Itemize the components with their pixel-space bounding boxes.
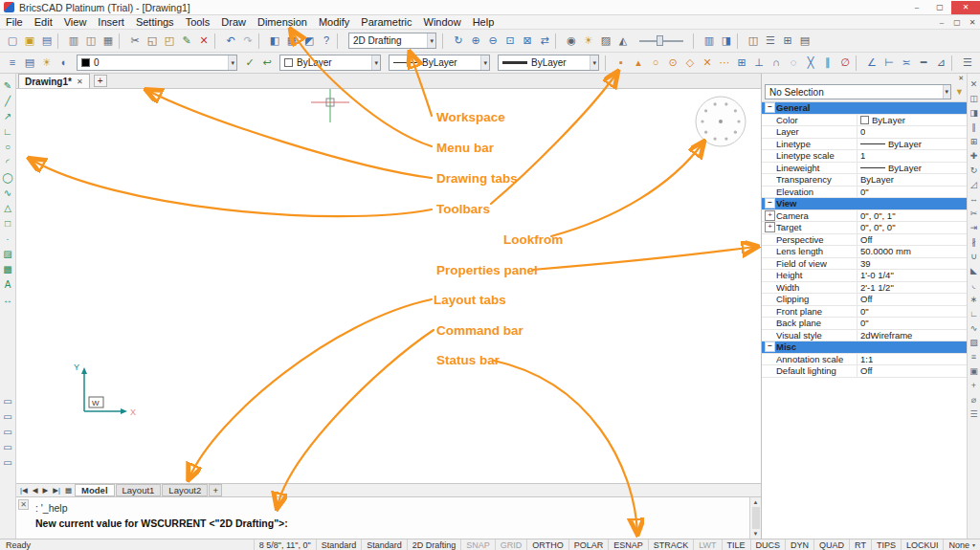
status-toggle-ortho[interactable]: ORTHO xyxy=(526,539,568,550)
lighting-icon[interactable]: ☀ xyxy=(580,33,597,50)
toolbar-slider[interactable] xyxy=(639,33,683,49)
help-icon[interactable]: ? xyxy=(318,33,335,50)
property-value[interactable]: Off xyxy=(860,365,873,376)
separator-icon[interactable] xyxy=(214,33,220,49)
erase-icon[interactable]: ✕ xyxy=(968,77,980,91)
add-drawing-tab-button[interactable]: + xyxy=(94,75,107,87)
offset-icon[interactable]: ∥ xyxy=(968,120,980,134)
trim-icon[interactable]: ✂ xyxy=(968,206,980,220)
layout-tab-layout2[interactable]: Layout2 xyxy=(162,484,208,496)
property-color[interactable]: Color ByLayer xyxy=(762,115,967,127)
maximize-button[interactable]: ▢ xyxy=(928,1,951,14)
status-toggle-rt[interactable]: RT xyxy=(849,539,871,550)
child-close-button[interactable]: ✕ xyxy=(965,18,980,27)
layout-tab-layout1[interactable]: Layout1 xyxy=(116,484,162,496)
draw-text-icon[interactable]: A xyxy=(0,276,15,292)
paste-icon[interactable]: ◰ xyxy=(161,33,178,50)
view-rotate-icon[interactable]: ↻ xyxy=(450,33,467,50)
status-toggle-quad[interactable]: QUAD xyxy=(813,539,849,550)
copy-icon[interactable]: ◱ xyxy=(144,33,161,50)
draw-ray-icon[interactable]: ↗ xyxy=(0,108,15,123)
new-drawing-icon[interactable]: ▢ xyxy=(4,33,21,50)
sketch-icon[interactable]: ✎ xyxy=(0,77,15,93)
print-icon[interactable]: ▥ xyxy=(65,33,82,50)
open-drawing-icon[interactable]: ▣ xyxy=(21,33,38,50)
draw-region-icon[interactable]: ▩ xyxy=(0,261,15,276)
close-icon[interactable]: ✕ xyxy=(77,77,83,86)
measure-icon[interactable]: ⌀ xyxy=(968,392,980,407)
snap-insertion-icon[interactable]: ⊞ xyxy=(733,55,750,72)
property-width[interactable]: Width 2'-1 1/2" xyxy=(762,282,967,295)
attach-image-icon[interactable]: ▭ xyxy=(0,439,15,454)
menu-item-parametric[interactable]: Parametric xyxy=(355,16,417,28)
property-value[interactable]: ByLayer xyxy=(888,163,922,173)
property-value[interactable]: 50.0000 mm xyxy=(860,246,911,256)
add-layout-button[interactable]: + xyxy=(209,484,222,496)
draw-spline-icon[interactable]: ∿ xyxy=(0,185,15,200)
status-toggle-polar[interactable]: POLAR xyxy=(568,539,609,550)
fillet-icon[interactable]: ◟ xyxy=(968,277,980,292)
status-field-dim-style[interactable]: Standard xyxy=(361,539,407,550)
filter-icon[interactable]: ▼ xyxy=(955,87,964,97)
insert-ole-icon[interactable]: ▭ xyxy=(0,454,15,470)
structure-panel-icon[interactable]: ☰ xyxy=(762,33,779,50)
print-preview-icon[interactable]: ◫ xyxy=(82,33,100,50)
menu-item-view[interactable]: View xyxy=(58,16,93,28)
snap-center-icon[interactable]: ○ xyxy=(647,55,664,72)
make-block-icon[interactable]: ▭ xyxy=(0,393,15,408)
property-default-lighting[interactable]: Default lighting Off xyxy=(762,365,967,378)
property-height[interactable]: Height 1'-0 1/4" xyxy=(762,270,967,282)
status-toggle-ducs[interactable]: DUCS xyxy=(750,539,786,550)
color-combo[interactable]: ByLayer ▾ xyxy=(279,55,381,71)
visible-toggle-icon[interactable]: ◉ xyxy=(563,33,580,50)
snap-intersection-icon[interactable]: ✕ xyxy=(699,55,716,72)
expand-icon[interactable] xyxy=(764,222,776,232)
separator-icon[interactable] xyxy=(693,33,699,49)
minimize-button[interactable]: – xyxy=(905,1,928,14)
property-value[interactable]: ByLayer xyxy=(872,115,905,125)
close-button[interactable]: ✕ xyxy=(951,1,980,14)
menu-item-window[interactable]: Window xyxy=(418,16,467,28)
previous-layout-button[interactable]: ◀ xyxy=(31,486,40,495)
property-value[interactable]: 1 xyxy=(860,150,865,161)
rotate-icon[interactable]: ↻ xyxy=(968,163,980,177)
property-elevation[interactable]: Elevation 0" xyxy=(762,187,967,199)
workspace-combo[interactable]: 2D Drafting ▾ xyxy=(348,33,436,49)
entity-list-icon[interactable]: ☰ xyxy=(968,407,980,421)
draw-line-icon[interactable]: ╱ xyxy=(0,93,15,108)
draw-hatch-icon[interactable]: ▨ xyxy=(0,246,15,261)
layer-on-icon[interactable]: ☀ xyxy=(38,55,56,72)
separator-icon[interactable] xyxy=(737,33,743,49)
lineweight-display-icon[interactable]: ━ xyxy=(915,55,932,72)
ucs-manager-icon[interactable]: + xyxy=(968,378,980,392)
property-value[interactable]: Off xyxy=(860,294,873,304)
snap-quadrant-icon[interactable]: ◇ xyxy=(681,55,699,72)
draw-polyline-icon[interactable]: ∟ xyxy=(0,123,15,139)
view-detail-icon[interactable]: ⊞ xyxy=(779,33,796,50)
property-value[interactable]: 39 xyxy=(860,258,871,269)
property-value[interactable]: ByLayer xyxy=(860,174,894,185)
edit-hatch-icon[interactable]: ▨ xyxy=(968,335,980,349)
property-transparency[interactable]: Transparency ByLayer xyxy=(762,174,967,187)
draw-rectangle-icon[interactable]: □ xyxy=(0,215,15,231)
menu-item-help[interactable]: Help xyxy=(467,16,501,28)
layer-combo[interactable]: 0 ▾ xyxy=(77,55,237,71)
property-section-misc[interactable]: Misc xyxy=(762,341,967,354)
last-layout-button[interactable]: ▶| xyxy=(51,486,62,495)
property-lineweight[interactable]: Lineweight ByLayer xyxy=(762,163,967,175)
expand-icon[interactable] xyxy=(764,102,776,113)
scroll-up-icon[interactable]: ▲ xyxy=(753,499,759,505)
separator-icon[interactable] xyxy=(258,33,264,49)
tool-palettes-icon[interactable]: ◨ xyxy=(718,33,735,50)
separator-icon[interactable] xyxy=(337,33,343,49)
scale-icon[interactable]: ◿ xyxy=(968,177,980,191)
snap-none-icon[interactable]: ∅ xyxy=(836,55,854,72)
command-bar[interactable]: ✕ : '_help New current value for WSCURRE… xyxy=(16,496,761,539)
property-value[interactable]: 0", 0", 1" xyxy=(860,210,896,221)
property-linetype-scale[interactable]: Linetype scale 1 xyxy=(762,150,967,163)
layer-previous-icon[interactable]: ↩ xyxy=(258,55,276,72)
separator-icon[interactable] xyxy=(442,33,448,49)
property-value[interactable]: 0" xyxy=(860,318,869,328)
menu-item-modify[interactable]: Modify xyxy=(313,16,355,28)
materials-icon[interactable]: ▨ xyxy=(597,33,614,50)
